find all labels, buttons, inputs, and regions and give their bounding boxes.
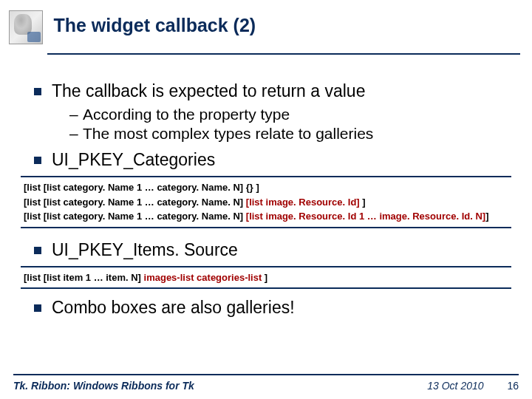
code-line: [list [list category. Name 1 … category.…: [24, 209, 508, 224]
code-line: [list [list item 1 … item. N] images-lis…: [24, 270, 508, 285]
slide-header: The widget callback (2): [0, 0, 532, 53]
footer-page-number: 16: [507, 380, 519, 392]
code-text: [list: [24, 211, 44, 222]
footer-right: 13 Oct 2010 16: [427, 380, 519, 392]
bullet-ui-pkey-items-source: UI_PKEY_Items. Source: [34, 240, 511, 260]
footer-rule: [13, 374, 519, 375]
code-text: ]: [485, 211, 488, 222]
code-text: ]: [262, 272, 267, 283]
code-line: [list [list category. Name 1 … category.…: [24, 180, 508, 195]
code-text: [list item 1 … item. N]: [44, 272, 144, 283]
code-text: [list: [24, 272, 44, 283]
code-keyword: categories-list: [197, 272, 262, 283]
code-keyword: images-list: [144, 272, 194, 283]
code-keyword: [list image. Resource. Id]: [246, 197, 360, 208]
code-text: [list category. Name 1 … category. Name.…: [44, 211, 246, 222]
code-text: [list category. Name 1 … category. Name.…: [44, 182, 246, 193]
code-line: [list [list category. Name 1 … category.…: [24, 195, 508, 210]
footer-left: Tk. Ribbon: Windows Ribbons for Tk: [13, 380, 194, 392]
slide-body: The callback is expected to return a val…: [0, 55, 532, 318]
slide: The widget callback (2) The callback is …: [0, 0, 532, 399]
slide-title: The widget callback (2): [53, 15, 256, 36]
code-text: [list category. Name 1 … category. Name.…: [44, 197, 246, 208]
code-text: [list: [24, 182, 44, 193]
code-block-items-source: [list [list item 1 … item. N] images-lis…: [21, 266, 511, 290]
footer-date: 13 Oct 2010: [427, 380, 483, 392]
bullet-complex-galleries: The most complex types relate to galleri…: [69, 125, 511, 143]
slide-footer: Tk. Ribbon: Windows Ribbons for Tk 13 Oc…: [0, 374, 532, 392]
code-block-categories: [list [list category. Name 1 … category.…: [21, 176, 511, 228]
code-text: [list: [24, 197, 44, 208]
bullet-ui-pkey-categories: UI_PKEY_Categories: [34, 150, 511, 170]
code-keyword: [list image. Resource. Id 1 … image. Res…: [246, 211, 485, 222]
code-text: {} ]: [246, 182, 259, 193]
bullet-callback-return: The callback is expected to return a val…: [34, 81, 511, 101]
bullet-property-type: According to the property type: [69, 106, 511, 123]
logo-icon: [9, 10, 43, 44]
footer-row: Tk. Ribbon: Windows Ribbons for Tk 13 Oc…: [13, 380, 519, 392]
bullet-combo-boxes: Combo boxes are also galleries!: [34, 298, 511, 318]
code-text: ]: [360, 197, 366, 208]
